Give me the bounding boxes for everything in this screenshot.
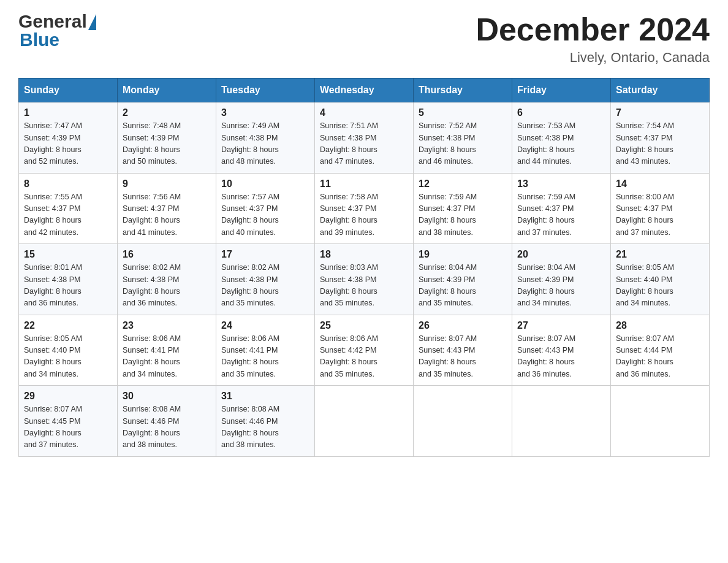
- table-row: 7 Sunrise: 7:54 AMSunset: 4:37 PMDayligh…: [611, 102, 710, 174]
- table-row: 21 Sunrise: 8:05 AMSunset: 4:40 PMDaylig…: [611, 244, 710, 315]
- calendar-table: Sunday Monday Tuesday Wednesday Thursday…: [18, 78, 710, 457]
- day-number: 15: [24, 249, 112, 260]
- day-info: Sunrise: 8:07 AMSunset: 4:43 PMDaylight:…: [517, 334, 575, 378]
- logo-chevron-icon: [88, 14, 96, 30]
- month-title: December 2024: [476, 12, 710, 47]
- calendar-week-row: 8 Sunrise: 7:55 AMSunset: 4:37 PMDayligh…: [19, 173, 710, 244]
- table-row: 12 Sunrise: 7:59 AMSunset: 4:37 PMDaylig…: [414, 173, 512, 244]
- day-number: 30: [123, 391, 211, 402]
- table-row: 13 Sunrise: 7:59 AMSunset: 4:37 PMDaylig…: [512, 173, 611, 244]
- logo: General Blue: [18, 12, 96, 49]
- day-info: Sunrise: 7:59 AMSunset: 4:37 PMDaylight:…: [517, 193, 575, 237]
- day-number: 3: [221, 107, 309, 118]
- day-number: 12: [419, 178, 507, 190]
- table-row: 5 Sunrise: 7:52 AMSunset: 4:38 PMDayligh…: [414, 102, 512, 174]
- day-info: Sunrise: 8:00 AMSunset: 4:37 PMDaylight:…: [616, 193, 674, 237]
- day-number: 23: [123, 320, 211, 331]
- day-number: 5: [419, 107, 507, 118]
- day-info: Sunrise: 8:02 AMSunset: 4:38 PMDaylight:…: [221, 263, 279, 307]
- day-number: 10: [221, 178, 309, 190]
- day-info: Sunrise: 8:03 AMSunset: 4:38 PMDaylight:…: [320, 263, 378, 307]
- day-info: Sunrise: 8:08 AMSunset: 4:46 PMDaylight:…: [221, 405, 279, 449]
- day-info: Sunrise: 7:56 AMSunset: 4:37 PMDaylight:…: [123, 193, 181, 237]
- table-row: 10 Sunrise: 7:57 AMSunset: 4:37 PMDaylig…: [216, 173, 315, 244]
- table-row: 27 Sunrise: 8:07 AMSunset: 4:43 PMDaylig…: [512, 315, 611, 386]
- day-info: Sunrise: 7:55 AMSunset: 4:37 PMDaylight:…: [24, 193, 82, 237]
- day-number: 2: [123, 107, 211, 118]
- table-row: 20 Sunrise: 8:04 AMSunset: 4:39 PMDaylig…: [512, 244, 611, 315]
- page-header: General Blue December 2024 Lively, Ontar…: [18, 12, 710, 66]
- table-row: 8 Sunrise: 7:55 AMSunset: 4:37 PMDayligh…: [19, 173, 118, 244]
- day-info: Sunrise: 7:54 AMSunset: 4:37 PMDaylight:…: [616, 121, 674, 166]
- table-row: 18 Sunrise: 8:03 AMSunset: 4:38 PMDaylig…: [315, 244, 414, 315]
- day-info: Sunrise: 8:06 AMSunset: 4:41 PMDaylight:…: [123, 334, 181, 378]
- day-number: 17: [221, 249, 309, 260]
- day-info: Sunrise: 7:47 AMSunset: 4:39 PMDaylight:…: [24, 121, 82, 166]
- day-number: 4: [320, 107, 408, 118]
- day-number: 24: [221, 320, 309, 331]
- table-row: 19 Sunrise: 8:04 AMSunset: 4:39 PMDaylig…: [414, 244, 512, 315]
- table-row: [414, 386, 512, 457]
- col-thursday: Thursday: [414, 79, 512, 102]
- day-number: 18: [320, 249, 408, 260]
- day-number: 8: [24, 178, 112, 190]
- calendar-week-row: 29 Sunrise: 8:07 AMSunset: 4:45 PMDaylig…: [19, 386, 710, 457]
- day-number: 6: [517, 107, 605, 118]
- table-row: 29 Sunrise: 8:07 AMSunset: 4:45 PMDaylig…: [19, 386, 118, 457]
- day-number: 1: [24, 107, 112, 118]
- day-number: 31: [221, 391, 309, 402]
- day-info: Sunrise: 8:07 AMSunset: 4:45 PMDaylight:…: [24, 405, 82, 449]
- day-number: 27: [517, 320, 605, 331]
- day-number: 9: [123, 178, 211, 190]
- col-saturday: Saturday: [611, 79, 710, 102]
- table-row: [315, 386, 414, 457]
- day-number: 13: [517, 178, 605, 190]
- table-row: 14 Sunrise: 8:00 AMSunset: 4:37 PMDaylig…: [611, 173, 710, 244]
- table-row: 1 Sunrise: 7:47 AMSunset: 4:39 PMDayligh…: [19, 102, 118, 174]
- table-row: 9 Sunrise: 7:56 AMSunset: 4:37 PMDayligh…: [118, 173, 216, 244]
- day-number: 29: [24, 391, 112, 402]
- day-info: Sunrise: 7:51 AMSunset: 4:38 PMDaylight:…: [320, 121, 378, 166]
- table-row: 30 Sunrise: 8:08 AMSunset: 4:46 PMDaylig…: [118, 386, 216, 457]
- calendar-week-row: 15 Sunrise: 8:01 AMSunset: 4:38 PMDaylig…: [19, 244, 710, 315]
- day-info: Sunrise: 7:53 AMSunset: 4:38 PMDaylight:…: [517, 121, 575, 166]
- day-number: 20: [517, 249, 605, 260]
- table-row: 25 Sunrise: 8:06 AMSunset: 4:42 PMDaylig…: [315, 315, 414, 386]
- day-info: Sunrise: 8:06 AMSunset: 4:41 PMDaylight:…: [221, 334, 279, 378]
- table-row: 28 Sunrise: 8:07 AMSunset: 4:44 PMDaylig…: [611, 315, 710, 386]
- calendar-week-row: 1 Sunrise: 7:47 AMSunset: 4:39 PMDayligh…: [19, 102, 710, 174]
- location-label: Lively, Ontario, Canada: [476, 50, 710, 66]
- table-row: 6 Sunrise: 7:53 AMSunset: 4:38 PMDayligh…: [512, 102, 611, 174]
- day-number: 25: [320, 320, 408, 331]
- day-number: 26: [419, 320, 507, 331]
- table-row: 16 Sunrise: 8:02 AMSunset: 4:38 PMDaylig…: [118, 244, 216, 315]
- day-number: 11: [320, 178, 408, 190]
- col-sunday: Sunday: [19, 79, 118, 102]
- day-info: Sunrise: 8:02 AMSunset: 4:38 PMDaylight:…: [123, 263, 181, 307]
- calendar-header-row: Sunday Monday Tuesday Wednesday Thursday…: [19, 79, 710, 102]
- day-info: Sunrise: 7:48 AMSunset: 4:39 PMDaylight:…: [123, 121, 181, 166]
- table-row: 2 Sunrise: 7:48 AMSunset: 4:39 PMDayligh…: [118, 102, 216, 174]
- col-monday: Monday: [118, 79, 216, 102]
- table-row: 15 Sunrise: 8:01 AMSunset: 4:38 PMDaylig…: [19, 244, 118, 315]
- col-wednesday: Wednesday: [315, 79, 414, 102]
- day-number: 28: [616, 320, 704, 331]
- day-info: Sunrise: 8:04 AMSunset: 4:39 PMDaylight:…: [419, 263, 477, 307]
- table-row: 3 Sunrise: 7:49 AMSunset: 4:38 PMDayligh…: [216, 102, 315, 174]
- day-info: Sunrise: 7:58 AMSunset: 4:37 PMDaylight:…: [320, 193, 378, 237]
- day-info: Sunrise: 8:07 AMSunset: 4:43 PMDaylight:…: [419, 334, 477, 378]
- day-info: Sunrise: 7:49 AMSunset: 4:38 PMDaylight:…: [221, 121, 279, 166]
- day-number: 7: [616, 107, 704, 118]
- calendar-week-row: 22 Sunrise: 8:05 AMSunset: 4:40 PMDaylig…: [19, 315, 710, 386]
- col-tuesday: Tuesday: [216, 79, 315, 102]
- logo-blue-text: Blue: [20, 31, 96, 49]
- table-row: 4 Sunrise: 7:51 AMSunset: 4:38 PMDayligh…: [315, 102, 414, 174]
- day-info: Sunrise: 7:59 AMSunset: 4:37 PMDaylight:…: [419, 193, 477, 237]
- table-row: 26 Sunrise: 8:07 AMSunset: 4:43 PMDaylig…: [414, 315, 512, 386]
- logo-general-text: General: [18, 12, 87, 31]
- day-info: Sunrise: 8:05 AMSunset: 4:40 PMDaylight:…: [24, 334, 82, 378]
- title-section: December 2024 Lively, Ontario, Canada: [476, 12, 710, 66]
- table-row: 17 Sunrise: 8:02 AMSunset: 4:38 PMDaylig…: [216, 244, 315, 315]
- day-number: 22: [24, 320, 112, 331]
- day-info: Sunrise: 8:01 AMSunset: 4:38 PMDaylight:…: [24, 263, 82, 307]
